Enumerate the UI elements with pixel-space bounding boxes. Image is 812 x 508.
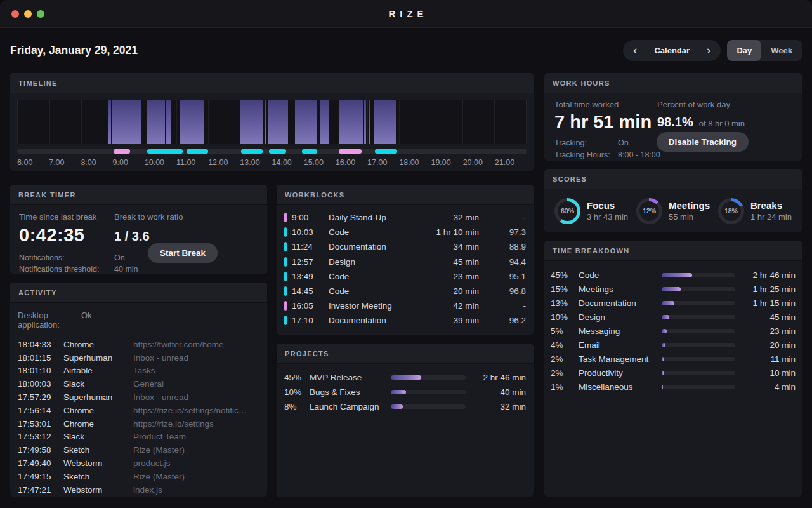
chevron-right-icon[interactable]: › <box>707 44 710 58</box>
timeline-workblock-marker <box>241 149 263 154</box>
time-breakdown-panel: TIME BREAKDOWN 45% Code 2 hr 46 min 15% … <box>544 241 802 497</box>
workblock-color-chip <box>284 227 287 237</box>
project-row: 10% Bugs & Fixes 40 min <box>284 385 526 399</box>
breakdown-name: Miscellaneous <box>579 382 662 392</box>
header-controls: ‹ Calendar › Day Week <box>623 40 802 61</box>
workblock-name: Code <box>329 286 410 296</box>
workblock-color-chip <box>284 257 287 267</box>
calendar-nav[interactable]: ‹ Calendar › <box>623 40 721 61</box>
timeline-activity-bar <box>339 100 363 144</box>
total-time-value: 7 hr 51 min <box>554 112 657 133</box>
break-timer-body: Time since last break 0:42:35 Break to w… <box>10 205 267 274</box>
timeline-gridline <box>49 100 50 144</box>
zoom-button[interactable] <box>37 10 44 18</box>
activity-row: 18:04:33 Chrome https://twitter.com/home <box>18 338 259 351</box>
chevron-left-icon[interactable]: ‹ <box>633 44 637 58</box>
activity-app: Superhuman <box>63 353 133 363</box>
tab-week[interactable]: Week <box>761 40 802 61</box>
lower-columns: BREAK TIMER Time since last break 0:42:3… <box>10 185 534 497</box>
timeline-hour-label: 7:00 <box>49 158 64 167</box>
notifications-threshold-label: Notifications threshold: <box>19 265 114 274</box>
workblock-duration: 34 min <box>416 242 479 251</box>
workblock-time: 10:03 <box>292 227 324 237</box>
percent-work-day-label: Percent of work day <box>657 100 792 109</box>
close-button[interactable] <box>11 10 19 18</box>
timeline-gridline <box>431 100 431 144</box>
breakdown-bar <box>662 343 735 347</box>
breakdown-name: Code <box>579 271 662 280</box>
activity-app: Webstorm <box>63 458 133 468</box>
breakdown-name: Task Management <box>579 354 662 364</box>
activity-time: 17:47:21 <box>18 485 63 495</box>
activity-row: 18:00:03 Slack General <box>18 377 259 391</box>
timeline-gridline <box>367 100 368 144</box>
workblock-name: Code <box>329 272 410 281</box>
activity-row: 17:53:12 Slack Product Team <box>18 431 259 444</box>
timeline-hour-label: 15:00 <box>304 158 324 167</box>
breakdown-row: 5% Messaging 23 min <box>551 324 796 338</box>
breakdown-bar-fill <box>662 385 663 389</box>
workblock-duration: 20 min <box>416 286 479 296</box>
timeline-workblock-marker <box>375 149 397 154</box>
activity-panel-title: ACTIVITY <box>10 283 267 303</box>
calendar-button[interactable]: Calendar <box>654 46 690 55</box>
workblock-row: 9:00 Daily Stand-Up 32 min - <box>284 210 526 225</box>
workblock-score: 94.4 <box>484 257 526 267</box>
notifications-threshold-value: 40 min <box>114 265 171 274</box>
workblock-score: - <box>484 301 526 311</box>
app-window: RIZE Friday, January 29, 2021 ‹ Calendar… <box>0 0 812 508</box>
activity-list: 18:04:33 Chrome https://twitter.com/home… <box>18 338 259 497</box>
timeline-gridline <box>208 100 209 144</box>
break-ratio-value: 1 / 3.6 <box>114 229 258 244</box>
view-toggle: Day Week <box>727 40 802 61</box>
timeline-gridline <box>81 100 82 144</box>
breakdown-row: 15% Meetings 1 hr 25 min <box>551 282 796 296</box>
project-name: Bugs & Fixes <box>310 387 391 397</box>
disable-tracking-button[interactable]: Disable Tracking <box>657 132 749 152</box>
workblock-score: 96.8 <box>484 286 526 296</box>
timeline-activity-bar <box>265 100 266 144</box>
breakdown-bar <box>662 273 735 277</box>
activity-time: 17:49:40 <box>18 458 63 468</box>
workblock-color-chip <box>284 213 287 222</box>
app-title: RIZE <box>384 8 428 19</box>
breakdown-bar-fill <box>662 287 681 291</box>
activity-detail: https://rize.io/settings/notific… <box>133 406 259 415</box>
timeline-activity-bar <box>166 100 171 144</box>
breakdown-bar <box>662 385 735 389</box>
start-break-button[interactable]: Start Break <box>148 243 218 263</box>
breakdown-row: 2% Productivity 10 min <box>551 366 796 380</box>
desktop-app-status-label: Desktop application: <box>18 311 81 330</box>
tab-day[interactable]: Day <box>727 40 761 61</box>
timeline-hour-label: 20:00 <box>463 158 483 167</box>
breakdown-bar-fill <box>662 343 665 347</box>
breakdown-bar <box>662 301 735 305</box>
workblock-time: 9:00 <box>292 213 324 222</box>
workblock-time: 16:05 <box>292 301 324 311</box>
desktop-app-status-value: Ok <box>81 311 259 330</box>
workblock-row: 16:05 Investor Meeting 42 min - <box>284 298 526 313</box>
activity-detail: Rize (Master) <box>133 472 259 481</box>
activity-row: 18:01:10 Airtable Tasks <box>18 364 259 378</box>
timeline-gridline <box>399 100 400 144</box>
timeline-activity-bar <box>112 100 141 144</box>
workblock-row: 11:24 Documentation 34 min 88.9 <box>284 239 526 254</box>
activity-app: Slack <box>63 432 133 441</box>
timeline-workblock-marker <box>114 149 131 154</box>
scores-panel-title: SCORES <box>544 169 802 189</box>
time-since-break-label: Time since last break <box>19 212 114 222</box>
breakdown-name: Messaging <box>579 326 662 336</box>
tracking-hours-label: Tracking Hours: <box>554 150 618 159</box>
breakdown-percent: 4% <box>551 340 579 350</box>
score-donut-chart: 12% <box>636 198 662 224</box>
score-text: Meetings 55 min <box>669 200 710 222</box>
timeline-activity-bar <box>364 100 366 144</box>
activity-app: Sketch <box>63 472 133 481</box>
minimize-button[interactable] <box>24 10 32 18</box>
breakdown-duration: 20 min <box>735 340 796 350</box>
left-column: BREAK TIMER Time since last break 0:42:3… <box>10 185 267 497</box>
project-bar <box>391 404 466 409</box>
activity-detail: index.js <box>133 485 259 495</box>
project-bar-fill <box>391 404 403 409</box>
timeline-activity-bar <box>374 100 396 144</box>
